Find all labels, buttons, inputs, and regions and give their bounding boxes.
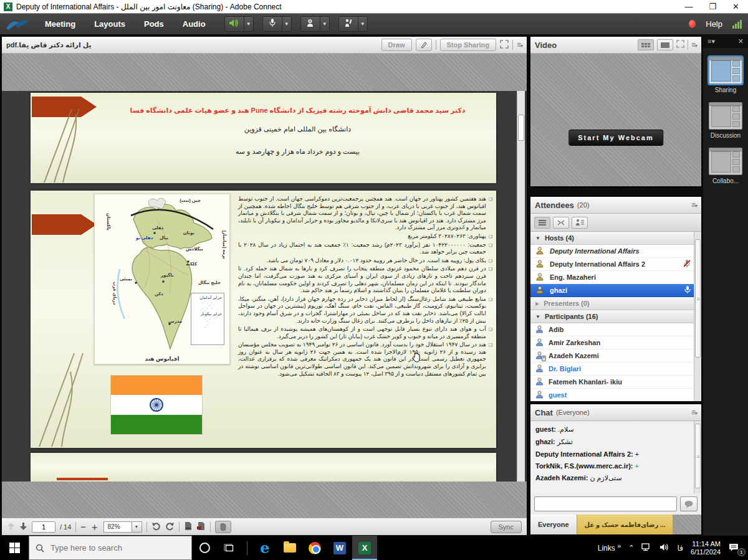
task-view-button[interactable] (217, 536, 242, 560)
map-label: ناگپور (161, 273, 174, 278)
attendee-row[interactable]: Adib (530, 323, 701, 336)
attendee-row[interactable]: ⠿ Azadeh Kazemi (530, 349, 701, 363)
page-up-button[interactable] (7, 522, 15, 532)
draw-button[interactable]: Draw (381, 39, 412, 51)
chat-scrollbar-thumb[interactable]: ≡ (695, 424, 701, 488)
raise-hand-control[interactable]: ▼ (338, 16, 368, 32)
window-titlebar: X Deputy of International Affairs - معاو… (0, 0, 748, 14)
fullscreen-icon[interactable] (500, 40, 509, 50)
layouts-menu-icon[interactable]: ≡▾ (707, 37, 715, 45)
page-down-button[interactable] (19, 522, 27, 532)
pdf-document-area[interactable]: دکتر سید محمد قاضی دانش آموخته رشته فیزی… (2, 91, 527, 482)
slide2-bullet: ❑ جمعیت: ۱۰۴۲۲۰۰۰۰۰۰ نفر (برآورد ۲۰۲۳م) … (238, 242, 492, 256)
action-center-button[interactable]: 1 (728, 543, 742, 554)
attendee-row[interactable]: ghazi (530, 284, 701, 297)
presenters-group-header[interactable]: ▶Presenters (0) (530, 297, 701, 310)
layout-item-discussion[interactable]: Discussion (707, 102, 744, 139)
zoom-level-select[interactable]: 82% ▼ (103, 521, 142, 533)
send-chat-button[interactable] (680, 496, 698, 511)
connection-status-icon[interactable] (732, 20, 742, 29)
pan-tool-button[interactable] (215, 521, 231, 533)
taskbar-edge[interactable]: e (252, 536, 277, 560)
microphone-control[interactable]: ▼ (262, 16, 292, 32)
taskbar-clock[interactable]: 11:14 AM 6/11/2024 (691, 540, 721, 556)
rotate-right-button[interactable] (165, 522, 175, 532)
minimize-button[interactable]: — (684, 2, 693, 11)
chat-tab-everyone[interactable]: Everyone (530, 515, 577, 534)
webcam-dropdown-arrow[interactable]: ▼ (320, 16, 330, 32)
attendee-row[interactable]: Deputy International Affairs 2 (530, 258, 701, 271)
chat-pod-menu-icon[interactable]: ≡▾ (691, 408, 697, 417)
sharing-layout-thumbnail[interactable] (709, 57, 742, 84)
raise-hand-dropdown-arrow[interactable]: ▼ (358, 16, 368, 32)
attendee-row[interactable]: Deputy International Affairs (530, 245, 701, 258)
menu-item[interactable]: Audio (175, 16, 213, 32)
microphone-dropdown-arrow[interactable]: ▼ (282, 16, 292, 32)
menu-item[interactable]: Meeting (37, 16, 83, 32)
collaboration-layout-thumbnail[interactable] (709, 148, 742, 175)
menu-item[interactable]: Pods (137, 16, 171, 32)
single-view-button[interactable] (657, 39, 673, 50)
speaker-control[interactable]: ▼ (224, 16, 254, 32)
close-button[interactable]: ✕ (732, 2, 739, 11)
help-menu[interactable]: Help (706, 19, 722, 29)
zoom-in-button[interactable]: ＋ (90, 523, 99, 531)
volume-tray-icon[interactable] (659, 543, 669, 554)
document-scrollbar[interactable] (517, 91, 525, 482)
chat-message-input[interactable] (534, 496, 677, 511)
speaker-dropdown-arrow[interactable]: ▼ (244, 16, 254, 32)
share-pod-menu-icon[interactable]: ≡▾ (517, 40, 522, 49)
network-tray-icon[interactable] (641, 543, 652, 554)
show-hidden-icons-button[interactable]: ⌃ (628, 544, 634, 552)
taskbar-chrome[interactable] (302, 536, 327, 560)
attendee-row[interactable]: guest (530, 389, 701, 401)
rotate-left-button[interactable] (151, 522, 161, 532)
attendee-row[interactable]: Amir Zarkeshan (530, 336, 701, 349)
attendees-scrollbar-thumb[interactable]: ≡ (695, 239, 701, 358)
attendee-row[interactable]: Eng. Mazaheri (530, 271, 701, 284)
start-webcam-button[interactable]: Start My Webcam (568, 130, 663, 146)
document-scrollbar-thumb[interactable] (518, 115, 524, 141)
fit-width-button[interactable] (184, 521, 192, 532)
stop-sharing-button[interactable]: Stop Sharing (440, 39, 496, 51)
attendee-row[interactable]: Fatemeh Khanlari- ikiu (530, 376, 701, 389)
chat-tab-private[interactable]: ... رضای‌فاطمه جسک و غل (577, 515, 674, 534)
taskbar-search[interactable] (29, 536, 192, 560)
layout-item-sharing[interactable]: Sharing (707, 57, 744, 93)
video-fullscreen-icon[interactable] (676, 40, 684, 50)
filmstrip-view-button[interactable] (638, 39, 654, 50)
attendees-scrollbar[interactable]: ≡ (694, 232, 701, 401)
zoom-out-button[interactable]: − (80, 523, 85, 531)
adobe-connect-app-icon: X (4, 2, 12, 11)
participants-group-header[interactable]: ▼Participants (16) (530, 310, 701, 323)
cortana-button[interactable] (192, 536, 217, 560)
attendee-row[interactable]: Dr. Biglari (530, 363, 701, 376)
breakout-view-button[interactable] (553, 217, 569, 229)
taskbar-adobe-connect[interactable]: X (352, 536, 377, 560)
page-number-input[interactable] (32, 521, 55, 533)
layouts-close-icon[interactable]: ✕ (738, 37, 744, 45)
attendee-status-view-button[interactable] (572, 217, 588, 229)
taskbar-file-explorer[interactable] (277, 536, 302, 560)
pdf-slide-2: پاکستان چین (تبت) نپال بوتان بنگلادش برم… (31, 191, 496, 448)
start-button[interactable] (0, 536, 29, 560)
hosts-group-header[interactable]: ▼Hosts (4) (530, 232, 701, 245)
attendees-pod-menu-icon[interactable]: ≡▾ (691, 201, 697, 209)
islands-inset-box: جزایر آندامان ·¸·˙··˙·¸· جزایر نیکوبار ·… (191, 293, 224, 345)
links-toolbar[interactable]: Links » (598, 544, 621, 553)
discussion-layout-thumbnail[interactable] (709, 102, 742, 130)
sync-button[interactable]: Sync (491, 521, 522, 533)
menu-item[interactable]: Layouts (87, 16, 133, 32)
language-indicator[interactable]: فا (677, 544, 683, 553)
attendee-list-view-button[interactable] (534, 217, 550, 229)
pointer-tool-button[interactable] (416, 39, 432, 51)
restore-button[interactable]: ❐ (709, 2, 716, 11)
layout-item-collaboration[interactable]: Collabo... (707, 148, 744, 184)
zoom-dropdown-arrow[interactable]: ▼ (132, 521, 142, 533)
video-pod-menu-icon[interactable]: ≡▾ (691, 40, 697, 49)
taskbar-word[interactable]: W (327, 536, 352, 560)
webcam-control[interactable]: ▼ (300, 16, 330, 32)
chat-scrollbar[interactable]: ≡ (694, 421, 701, 493)
search-input[interactable] (50, 543, 163, 553)
fit-page-button[interactable] (196, 521, 206, 532)
